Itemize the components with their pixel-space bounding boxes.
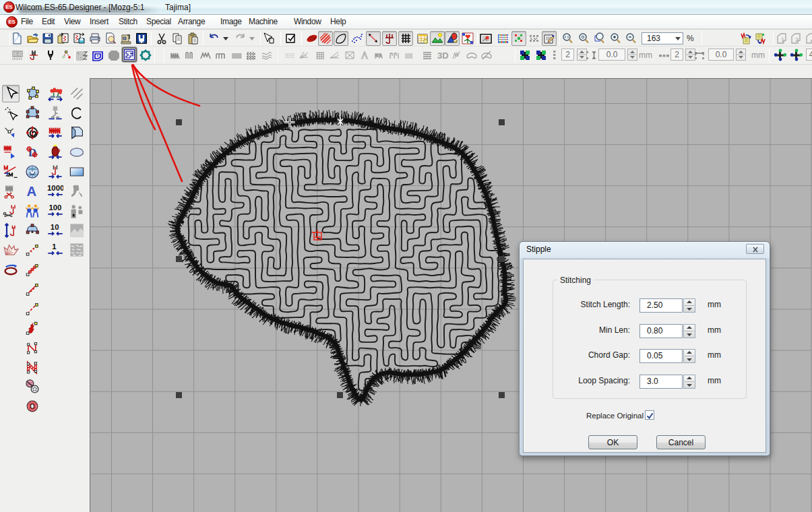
svg-text:100: 100	[49, 203, 61, 212]
svg-text:3D: 3D	[437, 51, 449, 61]
svg-text:A: A	[27, 184, 37, 199]
svg-text:2: 2	[795, 36, 799, 43]
svg-text:10: 10	[51, 223, 59, 231]
svg-text:1: 1	[781, 36, 784, 43]
svg-text:1000: 1000	[47, 184, 63, 192]
svg-text:1: 1	[52, 243, 57, 251]
